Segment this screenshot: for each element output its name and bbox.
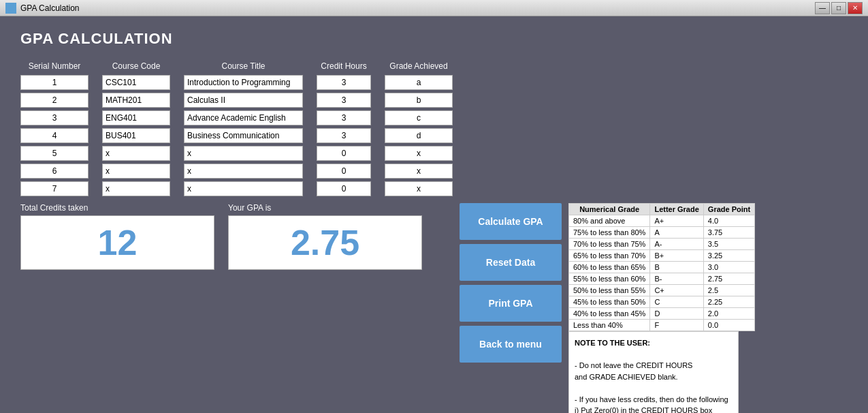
cell-code[interactable] <box>102 146 170 161</box>
grade-table-cell: 45% to less than 50% <box>569 296 650 308</box>
cell-credits[interactable] <box>317 128 371 143</box>
reset-data-button[interactable]: Reset Data <box>460 244 562 281</box>
grade-table-row: 65% to less than 70%B+3.25 <box>569 250 755 262</box>
cell-credits[interactable] <box>317 146 371 161</box>
grade-table-cell: 40% to less than 45% <box>569 308 650 320</box>
grade-table-row: 70% to less than 75%A-3.5 <box>569 239 755 250</box>
total-credits-label: Total Credits taken <box>20 203 214 213</box>
table-row: 4 <box>20 128 848 143</box>
grade-table-cell: 2.25 <box>703 296 754 308</box>
close-button[interactable]: ✕ <box>848 2 863 14</box>
cell-title[interactable] <box>184 146 303 161</box>
grade-table-cell: A <box>650 227 703 239</box>
cell-code[interactable] <box>102 93 170 108</box>
cell-credits[interactable] <box>317 110 371 125</box>
cell-credits[interactable] <box>317 181 371 196</box>
cell-grade[interactable] <box>385 181 453 196</box>
grade-info-area: Numerical GradeLetter GradeGrade Point80… <box>568 203 755 413</box>
cell-grade[interactable] <box>385 164 453 179</box>
grade-table-cell: 55% to less than 60% <box>569 273 650 285</box>
cell-serial: 4 <box>20 128 89 143</box>
cell-serial: 1 <box>20 75 89 90</box>
grade-table-header: Grade Point <box>703 204 754 215</box>
grade-table-row: 60% to less than 65%B3.0 <box>569 262 755 273</box>
table-row: 3 <box>20 110 848 125</box>
grade-table-cell: 60% to less than 65% <box>569 262 650 273</box>
cell-title[interactable] <box>184 128 303 143</box>
grade-table-cell: A- <box>650 239 703 250</box>
gpa-value-display: 2.75 <box>228 215 422 270</box>
cell-serial: 7 <box>20 181 89 196</box>
note-box: NOTE TO THE USER: - Do not leave the CRE… <box>568 331 739 413</box>
cell-credits[interactable] <box>317 93 371 108</box>
cell-title[interactable] <box>184 93 303 108</box>
grade-table-row: 50% to less than 55%C+2.5 <box>569 285 755 296</box>
grade-table-cell: C+ <box>650 285 703 296</box>
grade-table-row: 75% to less than 80%A3.75 <box>569 227 755 239</box>
cell-serial: 6 <box>20 164 89 179</box>
totals-section: Total Credits taken 12 Your GPA is 2.75 <box>20 203 439 270</box>
cell-code[interactable] <box>102 181 170 196</box>
grade-table-header: Numerical Grade <box>569 204 650 215</box>
gpa-label: Your GPA is <box>228 203 439 213</box>
grade-table-cell: 2.0 <box>703 308 754 320</box>
table-row: 5 <box>20 146 848 161</box>
grade-table-row: Less than 40%F0.0 <box>569 320 755 331</box>
cell-credits[interactable] <box>317 75 371 90</box>
maximize-button[interactable]: □ <box>831 2 846 14</box>
cell-grade[interactable] <box>385 110 453 125</box>
grade-table-cell: 65% to less than 70% <box>569 250 650 262</box>
totals-area: Total Credits taken 12 Your GPA is 2.75 <box>20 203 439 413</box>
cell-title[interactable] <box>184 75 303 90</box>
cell-title[interactable] <box>184 181 303 196</box>
cell-code[interactable] <box>102 128 170 143</box>
grade-table-cell: 3.75 <box>703 227 754 239</box>
cell-grade[interactable] <box>385 93 453 108</box>
cell-title[interactable] <box>184 164 303 179</box>
cell-code[interactable] <box>102 75 170 90</box>
grade-table-cell: 2.75 <box>703 273 754 285</box>
grade-table-row: 55% to less than 60%B-2.75 <box>569 273 755 285</box>
note-title: NOTE TO THE USER: <box>575 339 650 347</box>
minimize-button[interactable]: — <box>815 2 830 14</box>
column-headers: Serial Number Course Code Course Title C… <box>20 61 848 71</box>
grade-table-cell: 3.0 <box>703 262 754 273</box>
note-line1: - Do not leave the CREDIT HOURSand GRADE… <box>575 361 692 381</box>
calculate-gpa-button[interactable]: Calculate GPA <box>460 203 562 240</box>
grade-table: Numerical GradeLetter GradeGrade Point80… <box>568 203 755 331</box>
grade-table-cell: B <box>650 262 703 273</box>
grade-table-cell: 2.5 <box>703 285 754 296</box>
cell-grade[interactable] <box>385 75 453 90</box>
header-code: Course Code <box>102 61 170 71</box>
bottom-section: Total Credits taken 12 Your GPA is 2.75 … <box>20 203 848 413</box>
cell-code[interactable] <box>102 110 170 125</box>
header-title: Course Title <box>184 61 303 71</box>
cell-grade[interactable] <box>385 146 453 161</box>
grade-table-row: 40% to less than 45%D2.0 <box>569 308 755 320</box>
cell-grade[interactable] <box>385 128 453 143</box>
grade-table-cell: B+ <box>650 250 703 262</box>
right-panel: Calculate GPA Reset Data Print GPA Back … <box>460 203 755 413</box>
main-content: GPA CALCULATION Serial Number Course Cod… <box>0 16 868 413</box>
title-bar: GPA Calculation — □ ✕ <box>0 0 868 16</box>
table-row: 7 <box>20 181 848 196</box>
cell-credits[interactable] <box>317 164 371 179</box>
table-row: 2 <box>20 93 848 108</box>
title-bar-title: GPA Calculation <box>20 3 80 13</box>
grade-table-cell: 75% to less than 80% <box>569 227 650 239</box>
cell-title[interactable] <box>184 110 303 125</box>
grade-table-cell: C <box>650 296 703 308</box>
total-credits-box: Total Credits taken 12 <box>20 203 214 270</box>
cell-code[interactable] <box>102 164 170 179</box>
header-credits: Credit Hours <box>317 61 371 71</box>
grade-table-cell: A+ <box>650 215 703 227</box>
grade-table-cell: 4.0 <box>703 215 754 227</box>
gpa-box: Your GPA is 2.75 <box>228 203 439 270</box>
app-icon <box>5 3 16 14</box>
grade-table-cell: 3.5 <box>703 239 754 250</box>
print-gpa-button[interactable]: Print GPA <box>460 285 562 322</box>
back-to-menu-button[interactable]: Back to menu <box>460 326 562 363</box>
grade-table-header: Letter Grade <box>650 204 703 215</box>
note-line2: - If you have less credits, then do the … <box>575 395 728 414</box>
title-bar-buttons: — □ ✕ <box>815 2 863 14</box>
